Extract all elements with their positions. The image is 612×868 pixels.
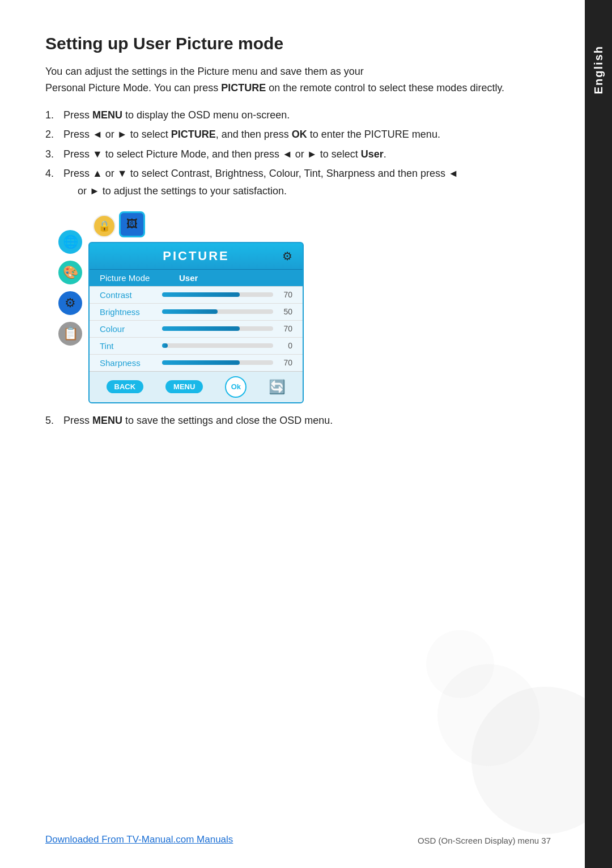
- step-2-text: Press ◄ or ► to select PICTURE, and then…: [63, 126, 545, 143]
- step-1-text: Press MENU to display the OSD menu on-sc…: [63, 107, 545, 124]
- tv-menu-title: PICTURE: [120, 249, 272, 263]
- side-tab: English: [585, 0, 612, 868]
- blob-3: [426, 630, 494, 698]
- brightness-value: 50: [279, 307, 292, 316]
- step-3-num: 3.: [45, 146, 63, 163]
- step-3-text: Press ▼ to select Picture Mode, and then…: [63, 146, 545, 163]
- settings-icon: ⚙: [282, 249, 292, 263]
- icon-settings: ⚙: [57, 290, 84, 317]
- colour-value: 70: [279, 324, 292, 333]
- icon-globe: 🌐: [57, 228, 84, 256]
- step-5-num: 5.: [45, 415, 63, 427]
- page-title: Setting up User Picture mode: [45, 34, 545, 53]
- page-container: Setting up User Picture mode You can adj…: [0, 0, 612, 868]
- osd-menu-panel: 🔒 🖼 PICTURE ⚙: [88, 211, 304, 403]
- contrast-fill: [162, 292, 240, 297]
- tv-menu-header: PICTURE ⚙: [90, 243, 303, 270]
- step-3: 3. Press ▼ to select Picture Mode, and t…: [45, 146, 545, 163]
- contrast-value: 70: [279, 290, 292, 299]
- table-row: Colour 70: [90, 321, 303, 338]
- menu-button[interactable]: MENU: [165, 380, 203, 393]
- tint-bar: [162, 343, 273, 348]
- row-label-contrast: Contrast: [100, 290, 156, 300]
- blob-1: [471, 687, 585, 834]
- contrast-bar: [162, 292, 273, 297]
- step-2-num: 2.: [45, 126, 63, 143]
- step-1: 1. Press MENU to display the OSD menu on…: [45, 107, 545, 124]
- step-5: 5. Press MENU to save the settings and c…: [45, 415, 545, 427]
- brightness-bar: [162, 309, 273, 314]
- bg-decoration: [403, 630, 585, 868]
- back-button[interactable]: BACK: [107, 380, 144, 393]
- icon-lock: 🔒: [93, 215, 116, 237]
- footer-link[interactable]: Downloaded From TV-Manual.com Manuals: [45, 834, 233, 845]
- step-1-num: 1.: [45, 107, 63, 124]
- step-5-text: Press MENU to save the settings and clos…: [63, 415, 545, 427]
- row-label-sharpness: Sharpness: [100, 358, 156, 368]
- blob-2: [437, 664, 539, 766]
- tint-value: 0: [279, 341, 292, 350]
- icon-picture: 🖼: [119, 211, 145, 237]
- footer-right: OSD (On-Screen Display) menu 37: [418, 836, 551, 845]
- tv-menu-footer: BACK MENU Ok 🔄: [90, 371, 303, 402]
- steps-list: 1. Press MENU to display the OSD menu on…: [45, 107, 545, 200]
- top-icon-row: 🔒 🖼: [88, 211, 304, 237]
- tv-menu-body: Picture Mode User Contrast 70: [90, 270, 303, 371]
- ok-button[interactable]: Ok: [225, 376, 246, 398]
- row-label-colour: Colour: [100, 324, 156, 334]
- icon-extra: 📋: [57, 320, 84, 347]
- main-content: Setting up User Picture mode You can adj…: [0, 0, 585, 868]
- colour-fill: [162, 326, 240, 331]
- table-row: Contrast 70: [90, 287, 303, 304]
- sharpness-fill: [162, 360, 240, 365]
- table-row: Picture Mode User: [90, 270, 303, 287]
- step-4: 4. Press ▲ or ▼ to select Contrast, Brig…: [45, 165, 545, 199]
- sharpness-bar: [162, 360, 273, 365]
- row-label-tint: Tint: [100, 341, 156, 351]
- row-value-picturemode: User: [179, 273, 198, 283]
- icon-brush: 🎨: [57, 259, 84, 286]
- brightness-fill: [162, 309, 218, 314]
- table-row: Sharpness 70: [90, 355, 303, 371]
- intro-text: You can adjust the settings in the Pictu…: [45, 63, 545, 96]
- side-tab-label: English: [592, 45, 605, 94]
- tint-fill: [162, 343, 168, 348]
- osd-screenshot-wrapper: 🌐 🎨 ⚙ 📋 🔒 🖼 PICTURE: [45, 211, 545, 403]
- step-4-num: 4.: [45, 165, 63, 199]
- table-row: Brightness 50: [90, 304, 303, 321]
- tv-osd-menu: PICTURE ⚙ Picture Mode User: [88, 242, 304, 403]
- table-row: Tint 0: [90, 338, 303, 355]
- left-icons: 🌐 🎨 ⚙ 📋: [57, 228, 84, 347]
- sharpness-value: 70: [279, 358, 292, 367]
- step-2: 2. Press ◄ or ► to select PICTURE, and t…: [45, 126, 545, 143]
- row-label-picturemode: Picture Mode: [100, 273, 156, 283]
- nav-icon: 🔄: [269, 379, 286, 395]
- row-label-brightness: Brightness: [100, 307, 156, 317]
- step-4-text: Press ▲ or ▼ to select Contrast, Brightn…: [63, 165, 545, 199]
- colour-bar: [162, 326, 273, 331]
